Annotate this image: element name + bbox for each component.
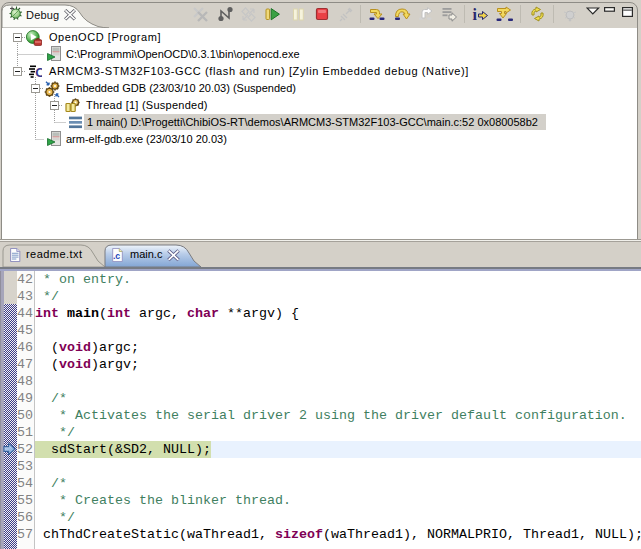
svg-text:C: C: [35, 65, 42, 80]
svg-text:i: i: [473, 6, 478, 23]
svg-text:.c: .c: [113, 251, 120, 261]
